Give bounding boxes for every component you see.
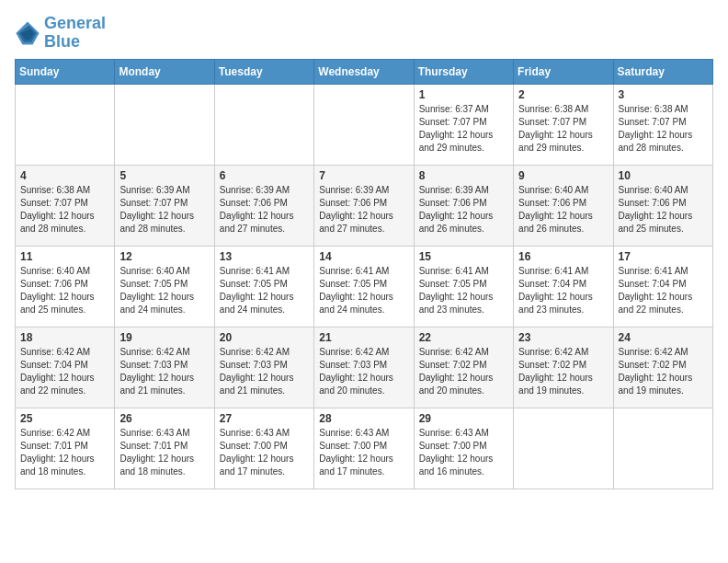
calendar-cell: 22Sunrise: 6:42 AM Sunset: 7:02 PM Dayli…	[414, 327, 513, 408]
calendar-cell: 24Sunrise: 6:42 AM Sunset: 7:02 PM Dayli…	[613, 327, 712, 408]
calendar-cell: 15Sunrise: 6:41 AM Sunset: 7:05 PM Dayli…	[414, 246, 513, 327]
calendar-cell: 1Sunrise: 6:37 AM Sunset: 7:07 PM Daylig…	[414, 84, 513, 165]
calendar-cell: 23Sunrise: 6:42 AM Sunset: 7:02 PM Dayli…	[514, 327, 613, 408]
day-info: Sunrise: 6:42 AM Sunset: 7:03 PM Dayligh…	[220, 346, 309, 397]
calendar-cell: 19Sunrise: 6:42 AM Sunset: 7:03 PM Dayli…	[115, 327, 214, 408]
day-info: Sunrise: 6:42 AM Sunset: 7:03 PM Dayligh…	[319, 346, 408, 397]
day-number: 13	[220, 250, 309, 263]
calendar-cell: 5Sunrise: 6:39 AM Sunset: 7:07 PM Daylig…	[115, 165, 214, 246]
calendar-table: SundayMondayTuesdayWednesdayThursdayFrid…	[15, 59, 713, 489]
day-info: Sunrise: 6:43 AM Sunset: 7:00 PM Dayligh…	[220, 427, 309, 478]
day-info: Sunrise: 6:41 AM Sunset: 7:05 PM Dayligh…	[319, 265, 408, 316]
day-info: Sunrise: 6:38 AM Sunset: 7:07 PM Dayligh…	[20, 184, 109, 236]
calendar-cell: 13Sunrise: 6:41 AM Sunset: 7:05 PM Dayli…	[214, 246, 313, 327]
day-info: Sunrise: 6:42 AM Sunset: 7:04 PM Dayligh…	[20, 346, 109, 397]
calendar-cell: 28Sunrise: 6:43 AM Sunset: 7:00 PM Dayli…	[314, 408, 414, 488]
calendar-cell: 29Sunrise: 6:43 AM Sunset: 7:00 PM Dayli…	[414, 408, 513, 488]
day-info: Sunrise: 6:42 AM Sunset: 7:02 PM Dayligh…	[619, 346, 708, 397]
day-number: 11	[20, 250, 109, 263]
day-info: Sunrise: 6:43 AM Sunset: 7:01 PM Dayligh…	[119, 427, 209, 478]
day-info: Sunrise: 6:41 AM Sunset: 7:04 PM Dayligh…	[518, 265, 608, 316]
calendar-cell	[613, 408, 712, 488]
calendar-cell: 4Sunrise: 6:38 AM Sunset: 7:07 PM Daylig…	[16, 165, 115, 246]
day-number: 7	[319, 169, 408, 182]
day-info: Sunrise: 6:39 AM Sunset: 7:06 PM Dayligh…	[419, 184, 508, 236]
calendar-cell: 16Sunrise: 6:41 AM Sunset: 7:04 PM Dayli…	[514, 246, 613, 327]
calendar-cell: 10Sunrise: 6:40 AM Sunset: 7:06 PM Dayli…	[613, 165, 712, 246]
day-info: Sunrise: 6:42 AM Sunset: 7:01 PM Dayligh…	[20, 427, 109, 478]
day-info: Sunrise: 6:43 AM Sunset: 7:00 PM Dayligh…	[319, 427, 408, 478]
calendar-cell: 27Sunrise: 6:43 AM Sunset: 7:00 PM Dayli…	[214, 408, 313, 488]
calendar-cell: 18Sunrise: 6:42 AM Sunset: 7:04 PM Dayli…	[16, 327, 115, 408]
calendar-cell: 25Sunrise: 6:42 AM Sunset: 7:01 PM Dayli…	[16, 408, 115, 488]
day-info: Sunrise: 6:41 AM Sunset: 7:05 PM Dayligh…	[419, 265, 508, 316]
day-number: 22	[419, 331, 508, 344]
calendar-week-5: 25Sunrise: 6:42 AM Sunset: 7:01 PM Dayli…	[16, 408, 713, 488]
calendar-cell: 14Sunrise: 6:41 AM Sunset: 7:05 PM Dayli…	[314, 246, 414, 327]
day-number: 8	[419, 169, 508, 182]
calendar-week-4: 18Sunrise: 6:42 AM Sunset: 7:04 PM Dayli…	[16, 327, 713, 408]
day-number: 23	[518, 331, 608, 344]
day-info: Sunrise: 6:41 AM Sunset: 7:05 PM Dayligh…	[220, 265, 309, 316]
calendar-cell: 7Sunrise: 6:39 AM Sunset: 7:06 PM Daylig…	[314, 165, 414, 246]
day-headers-row: SundayMondayTuesdayWednesdayThursdayFrid…	[16, 59, 713, 84]
logo: General Blue	[15, 15, 106, 52]
day-number: 26	[119, 412, 209, 425]
day-number: 6	[220, 169, 309, 182]
day-number: 1	[419, 88, 508, 101]
day-info: Sunrise: 6:40 AM Sunset: 7:06 PM Dayligh…	[619, 184, 708, 236]
calendar-cell: 6Sunrise: 6:39 AM Sunset: 7:06 PM Daylig…	[214, 165, 313, 246]
day-info: Sunrise: 6:38 AM Sunset: 7:07 PM Dayligh…	[619, 103, 708, 155]
page-header: General Blue	[15, 15, 713, 52]
day-header-tuesday: Tuesday	[214, 59, 313, 84]
day-number: 10	[619, 169, 708, 182]
day-info: Sunrise: 6:43 AM Sunset: 7:00 PM Dayligh…	[419, 427, 508, 478]
day-number: 12	[119, 250, 209, 263]
calendar-cell: 3Sunrise: 6:38 AM Sunset: 7:07 PM Daylig…	[613, 84, 712, 165]
calendar-cell: 11Sunrise: 6:40 AM Sunset: 7:06 PM Dayli…	[16, 246, 115, 327]
day-info: Sunrise: 6:42 AM Sunset: 7:02 PM Dayligh…	[518, 346, 608, 397]
day-number: 4	[20, 169, 109, 182]
logo-icon	[15, 20, 40, 46]
day-info: Sunrise: 6:39 AM Sunset: 7:07 PM Dayligh…	[119, 184, 209, 236]
day-number: 28	[319, 412, 408, 425]
day-number: 15	[419, 250, 508, 263]
day-info: Sunrise: 6:40 AM Sunset: 7:06 PM Dayligh…	[518, 184, 608, 236]
calendar-cell: 26Sunrise: 6:43 AM Sunset: 7:01 PM Dayli…	[115, 408, 214, 488]
day-number: 27	[220, 412, 309, 425]
calendar-cell: 12Sunrise: 6:40 AM Sunset: 7:05 PM Dayli…	[115, 246, 214, 327]
day-number: 25	[20, 412, 109, 425]
calendar-cell	[16, 84, 115, 165]
day-info: Sunrise: 6:41 AM Sunset: 7:04 PM Dayligh…	[619, 265, 708, 316]
calendar-week-2: 4Sunrise: 6:38 AM Sunset: 7:07 PM Daylig…	[16, 165, 713, 246]
calendar-cell: 17Sunrise: 6:41 AM Sunset: 7:04 PM Dayli…	[613, 246, 712, 327]
day-header-saturday: Saturday	[613, 59, 712, 84]
calendar-cell	[214, 84, 313, 165]
day-number: 16	[518, 250, 608, 263]
calendar-header: SundayMondayTuesdayWednesdayThursdayFrid…	[16, 59, 713, 84]
calendar-cell: 2Sunrise: 6:38 AM Sunset: 7:07 PM Daylig…	[514, 84, 613, 165]
calendar-cell: 20Sunrise: 6:42 AM Sunset: 7:03 PM Dayli…	[214, 327, 313, 408]
day-header-sunday: Sunday	[16, 59, 115, 84]
day-number: 21	[319, 331, 408, 344]
day-number: 20	[220, 331, 309, 344]
day-header-monday: Monday	[115, 59, 214, 84]
calendar-cell: 21Sunrise: 6:42 AM Sunset: 7:03 PM Dayli…	[314, 327, 414, 408]
day-info: Sunrise: 6:40 AM Sunset: 7:05 PM Dayligh…	[119, 265, 209, 316]
day-info: Sunrise: 6:40 AM Sunset: 7:06 PM Dayligh…	[20, 265, 109, 316]
calendar-body: 1Sunrise: 6:37 AM Sunset: 7:07 PM Daylig…	[16, 84, 713, 488]
day-header-thursday: Thursday	[414, 59, 513, 84]
day-number: 9	[518, 169, 608, 182]
day-info: Sunrise: 6:42 AM Sunset: 7:03 PM Dayligh…	[119, 346, 209, 397]
day-number: 19	[119, 331, 209, 344]
day-header-friday: Friday	[514, 59, 613, 84]
day-info: Sunrise: 6:37 AM Sunset: 7:07 PM Dayligh…	[419, 103, 508, 155]
day-info: Sunrise: 6:39 AM Sunset: 7:06 PM Dayligh…	[319, 184, 408, 236]
calendar-cell	[314, 84, 414, 165]
calendar-cell: 8Sunrise: 6:39 AM Sunset: 7:06 PM Daylig…	[414, 165, 513, 246]
calendar-cell: 9Sunrise: 6:40 AM Sunset: 7:06 PM Daylig…	[514, 165, 613, 246]
day-number: 24	[619, 331, 708, 344]
calendar-week-1: 1Sunrise: 6:37 AM Sunset: 7:07 PM Daylig…	[16, 84, 713, 165]
day-number: 5	[119, 169, 209, 182]
day-number: 18	[20, 331, 109, 344]
